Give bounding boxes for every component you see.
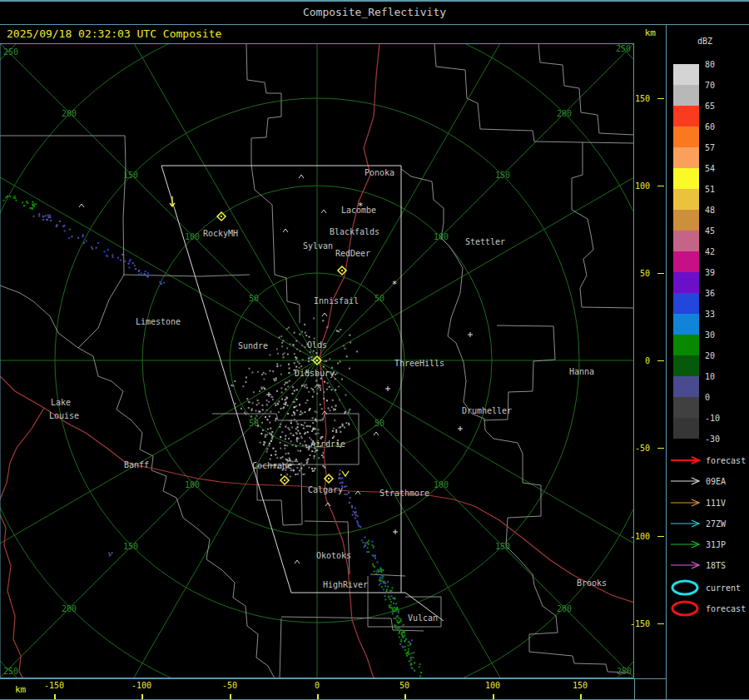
radar-echo [9,196,11,197]
radar-echo [340,482,341,484]
radar-echo [127,263,129,265]
dbz-scale-label: 33 [705,310,715,319]
radar-echo [321,454,323,456]
bottom-axis-unit: km [15,684,26,695]
radar-echo [373,547,374,549]
county-boundary [0,285,275,678]
radar-echo [297,424,299,425]
radar-echo [295,428,297,429]
caret-marker [299,175,304,178]
radar-echo [284,384,285,385]
dbz-scale-label: 30 [705,330,715,340]
county-boundary [572,210,634,308]
radar-echo [323,391,325,393]
highway-road [0,408,44,499]
radar-echo [374,554,376,556]
radar-echo [280,457,281,459]
radar-echo [315,451,316,453]
radar-echo [14,197,16,199]
dbz-scale-label: 65 [705,102,715,111]
radar-echo [337,362,339,364]
radar-echo [69,229,71,231]
radar-echo [388,596,389,598]
dbz-scale-label: 57 [705,143,715,152]
radar-echo [278,400,280,402]
radar-echo [333,435,335,437]
right-axis-tick-label: -150 [630,619,650,628]
radar-echo [311,450,313,452]
radar-echo [265,436,266,438]
radar-echo [404,649,406,651]
ring-distance-label: 150 [123,171,138,180]
radar-echo [338,385,340,387]
radar-echo [354,512,355,514]
radar-echo [294,353,295,355]
radar-echo [361,539,363,541]
dbz-swatch [673,64,699,85]
radar-echo [306,462,308,464]
radar-echo [396,620,398,622]
ring-distance-label: 150 [495,542,510,551]
radar-echo [340,469,341,471]
radar-echo [242,385,244,387]
ring-distance-label: 100 [185,480,200,489]
radar-echo [271,431,273,433]
radar-echo [62,226,64,227]
radar-echo [365,544,366,546]
radar-echo [399,643,401,645]
radar-echo [339,399,340,400]
radar-echo [314,455,315,457]
ring-distance-label: 250 [616,44,631,53]
radar-echo [408,650,409,652]
city-label: Brooks [577,578,607,588]
caret-marker [79,204,84,207]
radar-echo [312,389,314,390]
radar-echo [410,663,412,664]
radar-echo [295,366,297,368]
radar-echo [3,200,5,201]
radar-echo [379,567,381,568]
radar-echo [145,271,146,272]
radar-echo [305,332,306,334]
radar-echo [313,457,315,459]
radar-echo [359,525,360,527]
radar-echo [263,387,265,389]
radar-echo [335,378,336,380]
radar-echo [284,400,285,401]
radar-echo [262,409,264,410]
radar-echo [252,402,254,404]
radar-echo [393,603,394,604]
radar-echo [401,633,403,635]
legend-label: current [706,583,741,593]
radar-site-dot [221,216,222,217]
track-arrow-icon [670,475,703,487]
radar-map[interactable]: 5050505010010010010015015015015020020020… [0,43,634,678]
radar-echo [314,470,315,472]
radar-echo [323,366,325,368]
radar-echo [266,419,268,420]
legend-label: 111V [706,499,726,508]
radar-echo [379,583,381,584]
radar-echo [47,215,49,216]
radar-echo [307,459,309,460]
radar-echo [284,444,285,446]
radar-echo [346,355,348,357]
radar-echo [265,416,266,418]
city-label: Vulcan [408,613,438,623]
radar-echo [321,436,323,438]
dbz-swatch [673,397,699,418]
radar-echo [299,334,300,335]
caret-marker [322,313,327,316]
dbz-scale-label: 42 [705,247,715,256]
ring-distance-label: 200 [557,109,572,118]
radar-echo [275,377,277,379]
city-label: RockyMH [203,229,238,238]
radar-echo [289,368,290,370]
bottom-axis-tick-label: 100 [485,681,500,690]
radar-echo [399,628,400,629]
radar-echo [291,426,293,428]
plus-marker [385,386,390,391]
radar-echo [404,630,405,632]
radar-echo [276,457,278,459]
radar-echo [392,598,394,599]
